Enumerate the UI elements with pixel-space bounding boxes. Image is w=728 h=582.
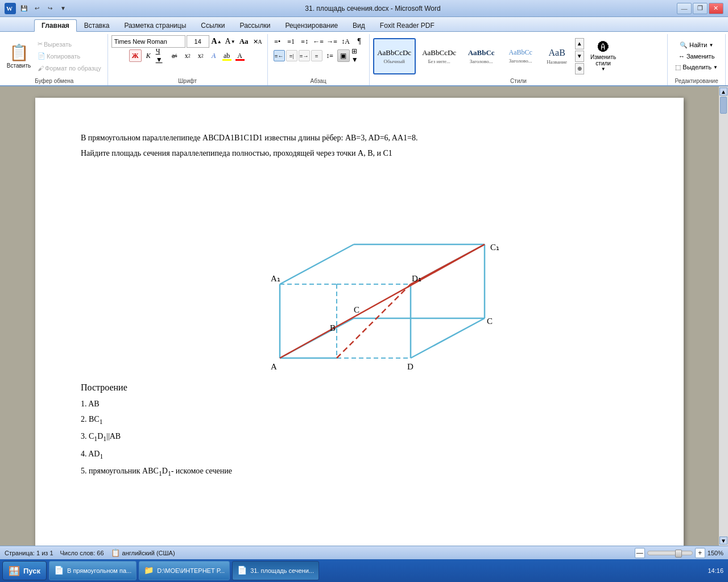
copy-button[interactable]: 📄 Копировать <box>35 51 104 62</box>
change-styles-button[interactable]: 🅐 Изменить стили ▼ <box>586 39 621 74</box>
style-no-spacing-label: Без инте... <box>428 59 450 64</box>
quick-access-toolbar: 💾 ↩ ↪ ▼ <box>18 3 69 14</box>
font-shrink-btn[interactable]: A▼ <box>224 35 237 48</box>
format-painter-button[interactable]: 🖌 Формат по образцу <box>35 63 104 74</box>
task-text: Найдите площадь сечения параллелепипеда … <box>81 147 638 159</box>
cut-button[interactable]: ✂ Вырезать <box>35 39 104 50</box>
bullets-btn[interactable]: ≡• <box>271 35 284 48</box>
change-case-btn[interactable]: Aa <box>238 35 250 48</box>
document-page: В прямоугольном параллелепипеде ABCDA1B1… <box>35 98 684 546</box>
paragraph-group: ≡• ≡1 ≡↕ ←≡ →≡ ↕A ¶ ≡← ≡| ≡→ ≡ ↕≡ ▣ ⊞ ▼ … <box>269 34 370 85</box>
scroll-thumb[interactable] <box>720 97 727 114</box>
text-effects-btn[interactable]: А <box>208 49 220 62</box>
justify-btn[interactable]: ≡ <box>311 50 322 61</box>
editing-group: 🔍 Найти ▼ ↔ Заменить ⬚ Выделить ▼ Редакт… <box>669 34 726 85</box>
replace-icon: ↔ <box>679 53 685 60</box>
select-button[interactable]: ⬚ Выделить ▼ <box>671 62 722 73</box>
style-title-btn[interactable]: AaB Название <box>541 38 573 74</box>
sort-btn[interactable]: ↕A <box>340 35 352 48</box>
strikethrough-btn[interactable]: аб <box>168 49 181 62</box>
styles-scroll-up[interactable]: ▲ <box>575 38 584 49</box>
clipboard-content: 📋 Вставить ✂ Вырезать 📄 Копировать 🖌 Фор… <box>5 35 104 77</box>
style-heading1-btn[interactable]: AaBbCc Заголово... <box>463 38 500 74</box>
minimize-button[interactable]: — <box>677 3 692 14</box>
style-no-spacing-btn[interactable]: AaBbCcDc Без инте... <box>418 38 461 74</box>
tab-view[interactable]: Вид <box>345 19 373 31</box>
clear-format-btn[interactable]: ✕A <box>251 35 264 48</box>
increase-indent-btn[interactable]: →≡ <box>326 35 338 48</box>
tab-home[interactable]: Главная <box>34 19 77 32</box>
find-button[interactable]: 🔍 Найти ▼ <box>676 40 717 51</box>
decrease-indent-btn[interactable]: ←≡ <box>312 35 325 48</box>
font-format-row: Ж К Ч ▼ аб x2 x2 А ab А <box>129 49 246 62</box>
tab-review[interactable]: Рецензирование <box>278 19 345 31</box>
subscript-btn[interactable]: x2 <box>181 49 194 62</box>
qa-dropdown-btn[interactable]: ▼ <box>57 3 69 14</box>
superscript-btn[interactable]: x2 <box>195 49 207 62</box>
shading-btn[interactable]: ▣ <box>337 49 350 62</box>
ribbon-tabs: Главная Вставка Разметка страницы Ссылки… <box>0 17 728 32</box>
close-button[interactable]: ✕ <box>709 3 723 14</box>
style-heading2-btn[interactable]: AaBbCc Заголово... <box>502 38 539 74</box>
style-no-spacing-preview: AaBbCcDc <box>422 48 456 57</box>
styles-expand[interactable]: ⊕ <box>575 63 584 74</box>
tab-mailings[interactable]: Рассылки <box>233 19 278 31</box>
styles-scroll-down[interactable]: ▼ <box>575 51 584 62</box>
redo-quick-btn[interactable]: ↪ <box>44 3 56 14</box>
window-controls: — ❐ ✕ <box>677 3 723 14</box>
zoom-in-btn[interactable]: + <box>695 548 705 558</box>
align-center-btn[interactable]: ≡| <box>286 50 297 61</box>
tab-pagelayout[interactable]: Разметка страницы <box>117 19 193 31</box>
style-normal-btn[interactable]: AaBbCcDc Обычный <box>373 38 416 74</box>
styles-group: AaBbCcDc Обычный AaBbCcDc Без инте... Aa… <box>371 34 668 85</box>
zoom-out-btn[interactable]: — <box>635 548 645 558</box>
scroll-down-btn[interactable]: ▼ <box>719 537 727 544</box>
label-D1: D₁ <box>412 274 421 283</box>
paste-button[interactable]: 📋 Вставить <box>5 38 33 75</box>
italic-button[interactable]: К <box>142 49 155 62</box>
font-name-input[interactable] <box>111 35 185 48</box>
numbering-btn[interactable]: ≡1 <box>285 35 297 48</box>
taskbar-item-2[interactable]: 📄 31. площадь сечени... <box>232 561 319 580</box>
status-bar: Страница: 1 из 1 Число слов: 66 📋 англий… <box>0 546 728 559</box>
title-bar: W 💾 ↩ ↪ ▼ 31. площадь сечения.docx - Mic… <box>0 0 728 17</box>
maximize-button[interactable]: ❐ <box>693 3 708 14</box>
font-group: A▲ A▼ Aa ✕A Ж К Ч ▼ аб x2 x2 А ab А <box>109 34 268 85</box>
paragraph-label: Абзац <box>271 77 366 85</box>
tab-insert[interactable]: Вставка <box>77 19 117 31</box>
underline-button[interactable]: Ч ▼ <box>155 49 168 62</box>
style-heading2-label: Заголово... <box>509 58 532 64</box>
label-A: A <box>271 362 277 371</box>
line-spacing-btn[interactable]: ↕≡ <box>324 49 336 62</box>
align-right-btn[interactable]: ≡→ <box>299 50 310 61</box>
highlight-btn[interactable]: ab <box>221 49 233 62</box>
taskbar-item-1[interactable]: 📁 D:\MOE\ИНТЕРНЕТ Р... <box>139 561 230 580</box>
show-formatting-btn[interactable]: ¶ <box>353 35 366 48</box>
zoom-controls: — + 150% <box>635 548 723 558</box>
clipboard-secondary: ✂ Вырезать 📄 Копировать 🖌 Формат по обра… <box>35 39 104 74</box>
start-button[interactable]: 🪟 Пуск <box>2 561 47 580</box>
bold-button[interactable]: Ж <box>129 49 142 62</box>
replace-button[interactable]: ↔ Заменить <box>675 51 718 61</box>
style-heading1-label: Заголово... <box>470 59 493 64</box>
font-color-btn[interactable]: А <box>234 49 246 62</box>
multilevel-btn[interactable]: ≡↕ <box>299 35 311 48</box>
font-grow-btn[interactable]: A▲ <box>210 35 223 48</box>
paragraph-content: ≡• ≡1 ≡↕ ←≡ →≡ ↕A ¶ ≡← ≡| ≡→ ≡ ↕≡ ▣ ⊞ ▼ <box>271 35 366 77</box>
font-size-input[interactable] <box>187 35 209 48</box>
scroll-up-btn[interactable]: ▲ <box>719 88 727 95</box>
zoom-slider[interactable] <box>647 551 693 555</box>
undo-quick-btn[interactable]: ↩ <box>31 3 43 14</box>
tab-foxit[interactable]: Foxit Reader PDF <box>373 19 442 31</box>
step-3: 3. C1D1||AB <box>81 430 638 444</box>
tab-refs[interactable]: Ссылки <box>193 19 232 31</box>
language-indicator[interactable]: 📋 английский (США) <box>111 548 175 557</box>
borders-btn[interactable]: ⊞ ▼ <box>351 49 363 62</box>
save-quick-btn[interactable]: 💾 <box>18 3 30 14</box>
taskbar-item-0[interactable]: 📄 В прямоугольном па... <box>49 561 136 580</box>
vertical-scrollbar[interactable]: ▲ ▼ <box>719 86 728 546</box>
style-title-label: Название <box>547 59 567 65</box>
word-count: Число слов: 66 <box>60 550 104 556</box>
label-C-bottom: C <box>487 317 493 326</box>
align-left-btn[interactable]: ≡← <box>274 50 285 61</box>
